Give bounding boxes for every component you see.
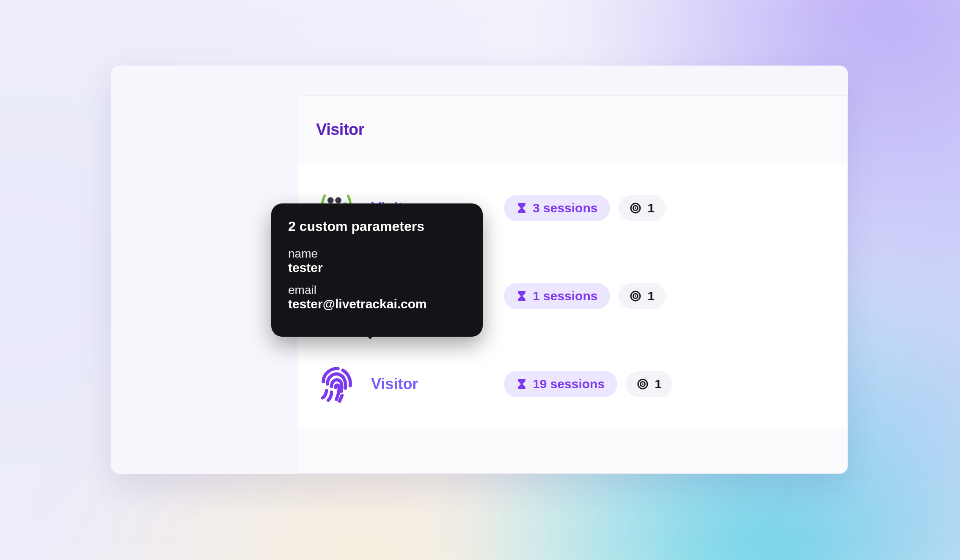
- visitor-name[interactable]: Visitor: [371, 375, 490, 393]
- targets-badge[interactable]: 1: [619, 283, 666, 309]
- tooltip-param-value: tester@livetrackai.com: [288, 297, 466, 311]
- tooltip-param-label: name: [288, 247, 466, 261]
- svg-point-14: [635, 295, 637, 297]
- sessions-badge[interactable]: 3 sessions: [504, 195, 610, 221]
- hourglass-icon: [517, 378, 527, 390]
- targets-badge[interactable]: 1: [619, 195, 666, 221]
- tooltip-param-value: tester: [288, 261, 466, 275]
- row-badges: 3 sessions 1: [504, 195, 666, 221]
- svg-point-0: [327, 197, 334, 203]
- row-badges: 1 sessions 1: [504, 283, 666, 309]
- visitor-row[interactable]: Visitor 19 sessions 1: [297, 340, 847, 428]
- target-icon: [630, 290, 641, 302]
- targets-badge[interactable]: 1: [626, 371, 673, 397]
- svg-point-9: [635, 207, 637, 209]
- targets-text: 1: [655, 377, 662, 391]
- sessions-badge[interactable]: 19 sessions: [504, 371, 617, 397]
- row-badges: 19 sessions 1: [504, 371, 673, 397]
- sessions-text: 19 sessions: [533, 377, 605, 391]
- hourglass-icon: [517, 290, 527, 302]
- hourglass-icon: [517, 202, 527, 214]
- target-icon: [637, 378, 649, 390]
- fingerprint-icon: [316, 364, 357, 404]
- tooltip-title: 2 custom parameters: [288, 219, 466, 234]
- sessions-text: 3 sessions: [533, 201, 597, 215]
- panel-title: Visitor: [316, 121, 364, 139]
- svg-point-1: [335, 197, 341, 203]
- targets-text: 1: [647, 201, 655, 215]
- app-card: Visitor: [111, 66, 848, 474]
- custom-parameters-tooltip: 2 custom parameters name tester email te…: [271, 203, 483, 337]
- sessions-text: 1 sessions: [533, 289, 597, 303]
- targets-text: 1: [647, 289, 655, 303]
- sessions-badge[interactable]: 1 sessions: [504, 283, 610, 309]
- panel-header: Visitor: [297, 96, 847, 164]
- tooltip-param-label: email: [288, 283, 466, 297]
- target-icon: [630, 202, 641, 214]
- svg-point-17: [642, 383, 644, 385]
